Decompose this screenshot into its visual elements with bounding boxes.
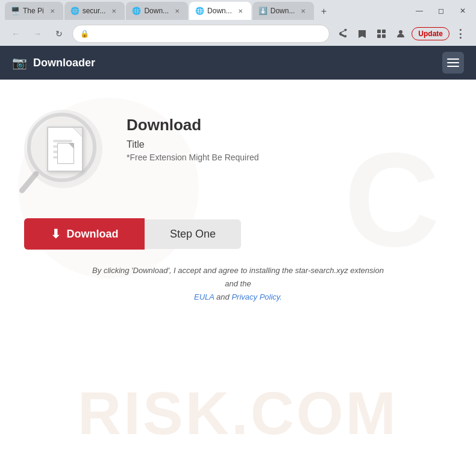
download-subtitle: Title: [127, 139, 258, 150]
tab-label-1: The Pi: [23, 7, 44, 15]
tab-down3[interactable]: ⬇️ Down... ✕: [252, 2, 315, 20]
browser-chrome: 🖥️ The Pi ✕ 🌐 secur... ✕ 🌐 Down... ✕ 🌐 D…: [0, 0, 476, 46]
step-one-label: Step One: [170, 228, 216, 240]
download-note: *Free Extension Might Be Required: [127, 153, 258, 162]
ham-line-2: [447, 62, 459, 63]
tab-close-2[interactable]: ✕: [109, 6, 119, 16]
button-row: ⬇ Download Step One: [24, 218, 241, 250]
new-tab-button[interactable]: +: [315, 3, 332, 20]
download-button[interactable]: ⬇ Download: [24, 218, 145, 250]
tab-close-3[interactable]: ✕: [172, 6, 182, 16]
tab-down1[interactable]: 🌐 Down... ✕: [126, 2, 188, 20]
lock-icon: 🔒: [80, 30, 89, 38]
tab-close-5[interactable]: ✕: [298, 6, 308, 16]
download-button-label: Download: [67, 228, 119, 241]
hamburger-button[interactable]: [442, 52, 464, 74]
tab-strip: 🖥️ The Pi ✕ 🌐 secur... ✕ 🌐 Down... ✕ 🌐 D…: [5, 2, 411, 20]
profile-button[interactable]: [392, 25, 409, 42]
step-one-button[interactable]: Step One: [145, 219, 241, 249]
minimize-button[interactable]: —: [411, 2, 428, 19]
tab-the-pi[interactable]: 🖥️ The Pi ✕: [5, 2, 63, 20]
download-info: Download Title *Free Extension Might Be …: [127, 110, 258, 162]
update-button[interactable]: Update: [412, 27, 449, 40]
svg-rect-1: [382, 30, 386, 33]
eula-link[interactable]: EULA: [194, 292, 214, 301]
update-label: Update: [418, 30, 443, 38]
download-card: Download Title *Free Extension Might Be …: [24, 98, 452, 316]
download-icon: ⬇: [51, 227, 61, 241]
small-file-fold: [69, 143, 74, 148]
brand-icon: 📷: [12, 55, 27, 70]
ham-line-3: [447, 66, 459, 67]
title-bar: 🖥️ The Pi ✕ 🌐 secur... ✕ 🌐 Down... ✕ 🌐 D…: [0, 0, 476, 22]
tab-close-1[interactable]: ✕: [48, 6, 57, 16]
tab-label-2: secur...: [83, 7, 106, 15]
back-button[interactable]: ←: [7, 25, 24, 42]
tab-down2-active[interactable]: 🌐 Down... ✕: [189, 2, 251, 20]
file-icon-area: [24, 110, 108, 206]
svg-rect-3: [382, 34, 386, 38]
main-area: C: [0, 80, 476, 466]
tab-label-3: Down...: [144, 7, 169, 15]
svg-rect-2: [377, 34, 381, 38]
ham-line-1: [447, 58, 459, 60]
refresh-button[interactable]: ↻: [51, 25, 67, 42]
svg-rect-0: [377, 30, 381, 33]
tab-favicon-2: 🌐: [70, 7, 79, 15]
bg-watermark-bottom: RISK.COM: [0, 379, 476, 448]
page-content: 📷 Downloader C: [0, 46, 476, 466]
address-bar: ← → ↻ 🔒: [0, 22, 476, 46]
tab-label-5: Down...: [271, 7, 295, 15]
disclaimer: By clicking 'Download', I accept and agr…: [87, 264, 389, 304]
site-navbar: 📷 Downloader: [0, 46, 476, 80]
address-bar-input[interactable]: 🔒: [72, 25, 330, 43]
toolbar-actions: Update ⋮: [334, 25, 469, 42]
maximize-button[interactable]: ◻: [433, 2, 449, 19]
and-text: and: [216, 292, 231, 301]
tab-secure[interactable]: 🌐 secur... ✕: [64, 2, 125, 20]
small-file-icon: [57, 143, 74, 164]
card-top: Download Title *Free Extension Might Be …: [24, 110, 258, 206]
browser-menu-button[interactable]: ⋮: [452, 25, 469, 42]
tab-favicon-5: ⬇️: [258, 7, 267, 15]
extensions-button[interactable]: [373, 25, 390, 42]
tab-label-4: Down...: [207, 7, 232, 15]
download-heading: Download: [127, 116, 258, 134]
brand-label: Downloader: [33, 57, 95, 69]
forward-button[interactable]: →: [29, 25, 46, 42]
privacy-link[interactable]: Privacy Policy.: [231, 292, 282, 301]
close-button[interactable]: ✕: [454, 2, 471, 19]
bookmark-button[interactable]: [354, 25, 371, 42]
window-controls: — ◻ ✕: [411, 2, 471, 19]
tab-favicon-3: 🌐: [132, 7, 140, 15]
svg-point-4: [399, 30, 402, 34]
site-brand: 📷 Downloader: [12, 55, 95, 70]
tab-favicon-4: 🌐: [195, 7, 204, 15]
disclaimer-line1: By clicking 'Download', I accept and agr…: [92, 266, 384, 288]
tab-favicon-1: 🖥️: [11, 7, 19, 15]
share-button[interactable]: [334, 25, 351, 42]
tab-close-4[interactable]: ✕: [236, 6, 245, 16]
